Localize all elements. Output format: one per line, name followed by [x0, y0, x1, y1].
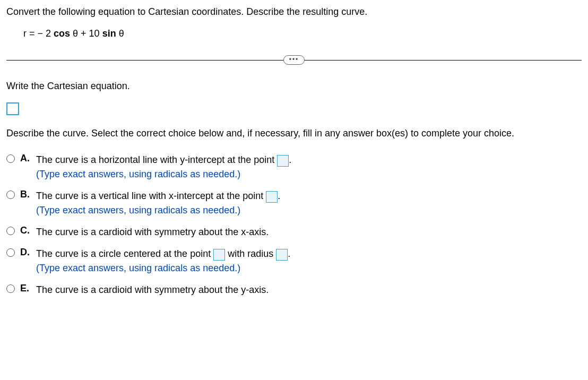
radio-d[interactable] [6, 248, 15, 257]
prompt-write-equation: Write the Cartesian equation. [6, 81, 582, 92]
question-text: Convert the following equation to Cartes… [6, 5, 582, 19]
radio-b[interactable] [6, 191, 15, 199]
option-letter: E. [20, 283, 31, 294]
option-e-text: The curve is a cardioid with symmetry ab… [36, 284, 269, 295]
option-a-text1: The curve is a horizontal line with y-in… [36, 154, 277, 165]
radio-a[interactable] [6, 154, 15, 163]
option-letter: B. [20, 189, 31, 200]
option-b-input[interactable] [266, 191, 278, 203]
option-d-text1: The curve is a circle centered at the po… [36, 248, 213, 259]
option-b-hint: (Type exact answers, using radicals as n… [36, 205, 240, 215]
option-b-text1: The curve is a vertical line with x-inte… [36, 191, 266, 201]
option-a-hint: (Type exact answers, using radicals as n… [36, 169, 240, 179]
divider-line-left [6, 60, 283, 61]
option-d[interactable]: D. The curve is a circle centered at the… [6, 247, 582, 275]
option-letter: A. [20, 153, 31, 164]
option-c[interactable]: C. The curve is a cardioid with symmetry… [6, 225, 582, 239]
option-b[interactable]: B. The curve is a vertical line with x-i… [6, 189, 582, 218]
divider: ••• [6, 55, 582, 65]
divider-line-right [305, 60, 582, 61]
option-d-input-2[interactable] [276, 249, 288, 261]
radio-c[interactable] [6, 227, 15, 235]
option-d-text3: . [288, 248, 290, 259]
cartesian-equation-input[interactable] [6, 102, 19, 115]
radio-e[interactable] [6, 284, 15, 293]
option-d-input-1[interactable] [213, 249, 225, 261]
option-letter: D. [20, 247, 31, 258]
option-e[interactable]: E. The curve is a cardioid with symmetry… [6, 283, 582, 297]
option-b-text2: . [278, 191, 280, 201]
equation: r = − 2 cos θ + 10 sin θ [23, 28, 582, 39]
dots-icon[interactable]: ••• [283, 55, 305, 65]
option-a[interactable]: A. The curve is a horizontal line with y… [6, 153, 582, 182]
option-a-input[interactable] [277, 155, 289, 167]
describe-prompt: Describe the curve. Select the correct c… [6, 127, 582, 140]
option-d-text2: with radius [228, 248, 276, 259]
option-letter: C. [20, 225, 31, 236]
option-d-hint: (Type exact answers, using radicals as n… [36, 263, 240, 273]
option-a-text2: . [289, 154, 291, 165]
option-c-text: The curve is a cardioid with symmetry ab… [36, 227, 269, 237]
